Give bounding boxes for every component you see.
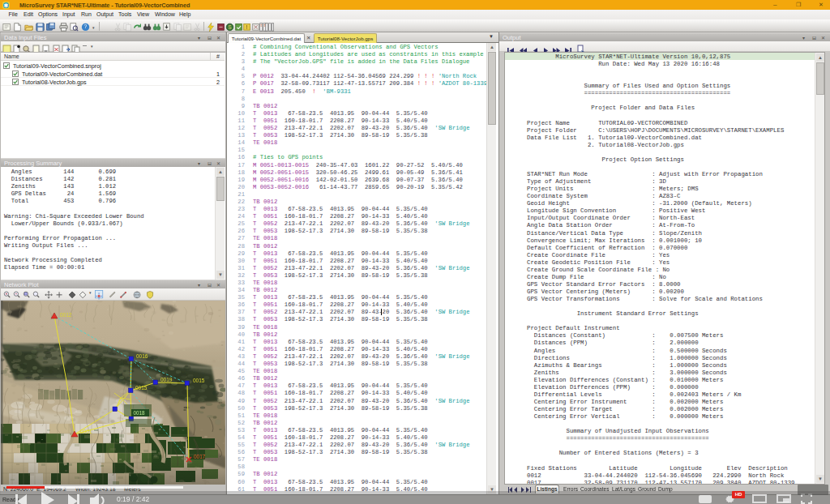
svg-text:0001: 0001 (80, 429, 92, 434)
svg-text:0012: 0012 (60, 312, 72, 318)
svg-text:0015: 0015 (135, 385, 148, 391)
svg-text:0015: 0015 (193, 378, 205, 383)
svg-text:0019: 0019 (160, 377, 173, 382)
svg-text:0016: 0016 (136, 353, 148, 359)
svg-text:S: S (228, 24, 231, 30)
svg-text:0018: 0018 (134, 410, 146, 416)
svg-text:!: ! (246, 24, 248, 30)
svg-text:?: ? (84, 24, 88, 30)
